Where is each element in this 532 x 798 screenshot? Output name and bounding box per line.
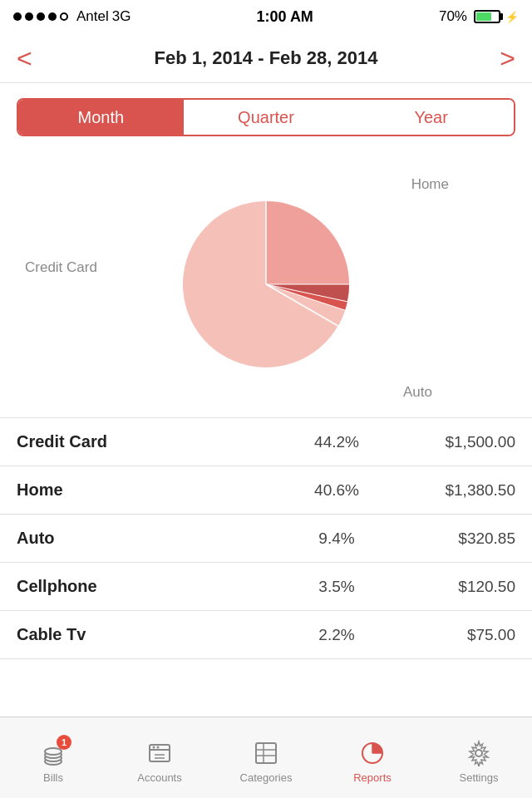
status-bar: Antel 3G 1:00 AM 70% ⚡ bbox=[0, 0, 532, 33]
table-row: Credit Card 44.2% $1,500.00 bbox=[0, 418, 532, 466]
chart-label-credit: Credit Card bbox=[25, 259, 97, 276]
row-pct-4: 2.2% bbox=[291, 626, 382, 644]
svg-point-8 bbox=[153, 746, 155, 749]
row-amount-3: $120.50 bbox=[382, 578, 515, 596]
table-row: Auto 9.4% $320.85 bbox=[0, 515, 532, 563]
row-amount-1: $1,380.50 bbox=[382, 481, 515, 500]
row-name-2: Auto bbox=[17, 529, 291, 548]
prev-arrow[interactable]: < bbox=[17, 45, 32, 71]
svg-point-9 bbox=[157, 746, 160, 749]
table-row: Cable Tv 2.2% $75.00 bbox=[0, 611, 532, 659]
dot5 bbox=[60, 12, 68, 21]
dot2 bbox=[25, 12, 33, 21]
data-table: Credit Card 44.2% $1,500.00 Home 40.6% $… bbox=[0, 417, 532, 659]
accounts-icon bbox=[145, 738, 175, 768]
bills-icon: 1 bbox=[38, 738, 68, 768]
date-range-title: Feb 1, 2014 - Feb 28, 2014 bbox=[154, 47, 377, 69]
status-left: Antel 3G bbox=[13, 8, 131, 25]
svg-rect-10 bbox=[256, 743, 276, 763]
row-pct-2: 9.4% bbox=[291, 530, 382, 548]
period-month[interactable]: Month bbox=[18, 100, 184, 135]
tab-bills[interactable]: 1 Bills bbox=[0, 732, 106, 784]
reports-icon bbox=[357, 738, 387, 768]
tab-accounts-label: Accounts bbox=[137, 771, 181, 784]
chart-label-home: Home bbox=[411, 176, 449, 193]
categories-icon bbox=[251, 738, 281, 768]
network-label: 3G bbox=[112, 8, 131, 25]
time-label: 1:00 AM bbox=[257, 8, 313, 26]
bills-badge: 1 bbox=[57, 735, 71, 750]
period-selector: Month Quarter Year bbox=[17, 98, 515, 136]
period-year[interactable]: Year bbox=[348, 100, 514, 135]
battery-pct: 70% bbox=[439, 8, 467, 25]
next-arrow[interactable]: > bbox=[500, 45, 515, 71]
row-amount-2: $320.85 bbox=[382, 530, 515, 548]
row-pct-1: 40.6% bbox=[291, 481, 382, 500]
pie-chart bbox=[166, 185, 366, 384]
row-pct-0: 44.2% bbox=[291, 433, 382, 451]
tab-bills-label: Bills bbox=[43, 771, 63, 784]
chart-area: Home Credit Card Auto bbox=[0, 151, 532, 417]
dot1 bbox=[13, 12, 22, 21]
row-name-1: Home bbox=[17, 480, 291, 500]
row-amount-0: $1,500.00 bbox=[382, 433, 515, 451]
svg-point-3 bbox=[45, 748, 62, 755]
nav-header: < Feb 1, 2014 - Feb 28, 2014 > bbox=[0, 33, 532, 83]
settings-icon bbox=[464, 738, 494, 768]
dot3 bbox=[37, 12, 45, 21]
row-name-0: Credit Card bbox=[17, 432, 291, 451]
dot4 bbox=[48, 12, 57, 21]
tab-settings[interactable]: Settings bbox=[426, 732, 532, 784]
row-name-3: Cellphone bbox=[17, 577, 291, 596]
tab-settings-label: Settings bbox=[460, 771, 499, 784]
row-name-4: Cable Tv bbox=[17, 625, 291, 644]
tab-bar: 1 Bills Accounts Categori bbox=[0, 717, 532, 798]
row-amount-4: $75.00 bbox=[382, 626, 515, 644]
tab-accounts[interactable]: Accounts bbox=[106, 732, 213, 784]
period-quarter[interactable]: Quarter bbox=[184, 100, 349, 135]
svg-point-17 bbox=[475, 750, 482, 756]
tab-reports-label: Reports bbox=[353, 771, 392, 784]
tab-categories[interactable]: Categories bbox=[213, 732, 319, 784]
row-pct-3: 3.5% bbox=[291, 578, 382, 596]
carrier-label: Antel bbox=[76, 8, 109, 25]
table-row: Cellphone 3.5% $120.50 bbox=[0, 563, 532, 611]
tab-reports[interactable]: Reports bbox=[319, 732, 426, 784]
battery-icon: ⚡ bbox=[474, 10, 519, 23]
chart-label-auto: Auto bbox=[403, 384, 432, 401]
signal-dots bbox=[13, 12, 68, 21]
table-row: Home 40.6% $1,380.50 bbox=[0, 466, 532, 515]
tab-categories-label: Categories bbox=[240, 771, 293, 784]
status-right: 70% ⚡ bbox=[439, 8, 519, 25]
